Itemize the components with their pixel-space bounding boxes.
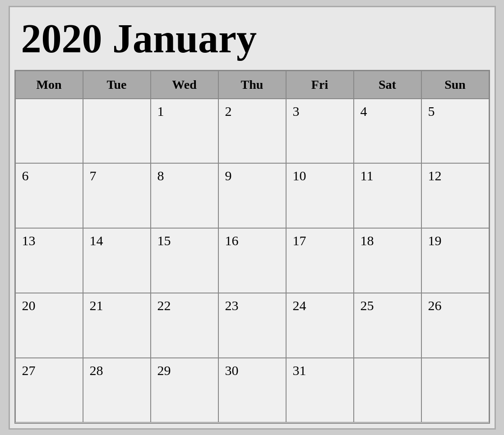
calendar-day[interactable]: 19 — [421, 228, 489, 293]
calendar-week: 2728293031 — [15, 358, 489, 423]
calendar-day[interactable]: 6 — [15, 163, 83, 228]
calendar-day[interactable]: 16 — [218, 228, 286, 293]
calendar-week: 20212223242526 — [15, 293, 489, 358]
calendar-day[interactable]: 23 — [218, 293, 286, 358]
calendar-day[interactable]: 13 — [15, 228, 83, 293]
calendar-day[interactable]: 1 — [151, 99, 218, 164]
calendar-day[interactable]: 8 — [151, 163, 218, 228]
calendar-day[interactable]: 10 — [286, 163, 354, 228]
calendar-day[interactable]: 7 — [83, 163, 151, 228]
calendar-day[interactable]: 11 — [354, 163, 421, 228]
calendar-day[interactable]: 15 — [151, 228, 218, 293]
calendar-header-cell: Thu — [218, 71, 286, 99]
calendar-header-row: MonTueWedThuFriSatSun — [15, 71, 489, 99]
calendar-week: 6789101112 — [15, 163, 489, 228]
calendar-day[interactable]: 28 — [83, 358, 151, 423]
calendar-day[interactable]: 31 — [286, 358, 354, 423]
calendar-day-empty — [83, 99, 151, 164]
calendar-day[interactable]: 22 — [151, 293, 218, 358]
calendar-day[interactable]: 26 — [421, 293, 489, 358]
calendar-day[interactable]: 25 — [354, 293, 421, 358]
calendar-day[interactable]: 21 — [83, 293, 151, 358]
calendar-day-empty — [354, 358, 421, 423]
calendar-day[interactable]: 17 — [286, 228, 354, 293]
calendar-day[interactable]: 14 — [83, 228, 151, 293]
calendar-day[interactable]: 3 — [286, 99, 354, 164]
calendar-header-cell: Wed — [151, 71, 218, 99]
calendar-day[interactable]: 4 — [354, 99, 421, 164]
calendar-day-empty — [421, 358, 489, 423]
calendar-header-cell: Fri — [286, 71, 354, 99]
calendar-header-cell: Sun — [421, 71, 489, 99]
calendar: 2020 January MonTueWedThuFriSatSun 12345… — [9, 6, 496, 430]
calendar-header-cell: Sat — [354, 71, 421, 99]
calendar-title: 2020 January — [14, 12, 490, 70]
calendar-day[interactable]: 29 — [151, 358, 218, 423]
calendar-day[interactable]: 12 — [421, 163, 489, 228]
calendar-day[interactable]: 5 — [421, 99, 489, 164]
calendar-day[interactable]: 24 — [286, 293, 354, 358]
calendar-day[interactable]: 27 — [15, 358, 83, 423]
calendar-day[interactable]: 30 — [218, 358, 286, 423]
calendar-day[interactable]: 20 — [15, 293, 83, 358]
calendar-header-cell: Mon — [15, 71, 83, 99]
calendar-week: 12345 — [15, 99, 489, 164]
calendar-day[interactable]: 9 — [218, 163, 286, 228]
calendar-grid: MonTueWedThuFriSatSun 123456789101112131… — [14, 70, 490, 424]
calendar-header-cell: Tue — [83, 71, 151, 99]
calendar-body: 1234567891011121314151617181920212223242… — [15, 99, 489, 423]
calendar-day-empty — [15, 99, 83, 164]
calendar-week: 13141516171819 — [15, 228, 489, 293]
calendar-day[interactable]: 18 — [354, 228, 421, 293]
calendar-day[interactable]: 2 — [218, 99, 286, 164]
